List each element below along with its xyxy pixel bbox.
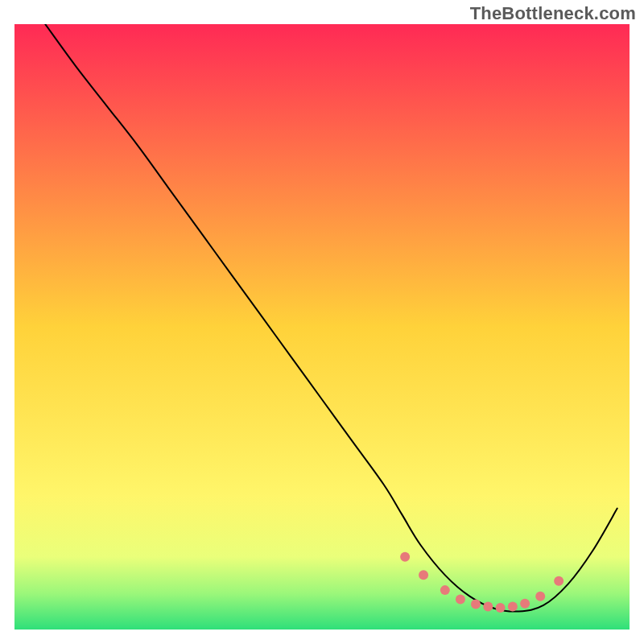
data-marker bbox=[419, 570, 428, 580]
watermark-text: TheBottleneck.com bbox=[470, 3, 636, 24]
data-marker bbox=[554, 576, 564, 586]
data-marker bbox=[440, 585, 450, 595]
data-marker bbox=[456, 594, 465, 604]
data-marker bbox=[520, 599, 530, 609]
data-marker bbox=[400, 552, 410, 562]
chart-container bbox=[14, 24, 630, 630]
data-marker bbox=[496, 603, 506, 613]
chart-background bbox=[14, 24, 630, 630]
data-marker bbox=[483, 601, 493, 611]
bottleneck-chart bbox=[14, 24, 630, 630]
data-marker bbox=[508, 601, 518, 611]
data-marker bbox=[471, 599, 481, 609]
data-marker bbox=[535, 592, 545, 601]
